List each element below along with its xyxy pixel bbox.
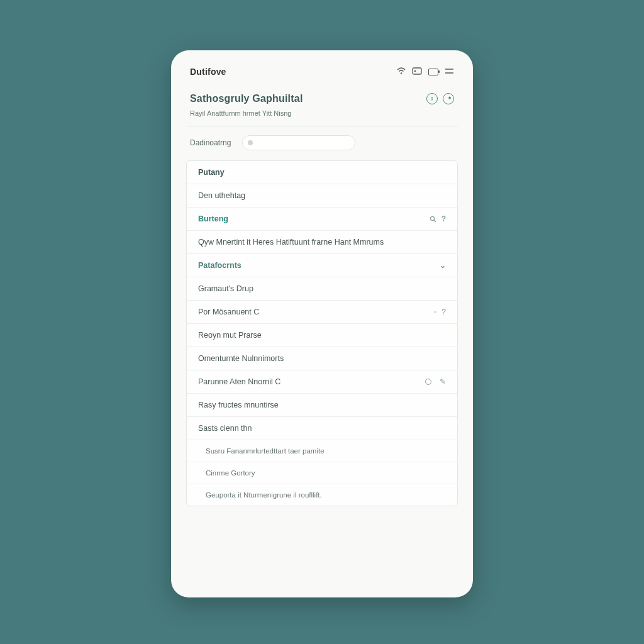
search-field[interactable]: [257, 139, 350, 147]
page-subtitle: Rayil Anattfurnm hrmet Yitt Nisng: [171, 109, 473, 126]
search-icon: [248, 140, 252, 145]
card-icon: [412, 67, 422, 76]
list-item[interactable]: Rasy fructes mnuntirse: [187, 394, 457, 417]
list-item-label: Den uthehtag: [198, 191, 245, 200]
list-item[interactable]: Reoyn mut Prarse: [187, 324, 457, 347]
menu-icon[interactable]: [445, 67, 454, 76]
list-item-label: Gramaut's Drup: [198, 284, 253, 293]
list-item[interactable]: Patafocrnts⌄: [187, 254, 457, 277]
list-item-label: Geuporta it Nturmenigrune il roufllift.: [206, 491, 322, 499]
svg-point-7: [430, 216, 434, 220]
svg-point-2: [414, 70, 416, 72]
info-icon[interactable]: [426, 93, 438, 104]
chevron-down-icon: ⌄: [440, 261, 446, 270]
list-item-label: Por Mösanuent C: [198, 308, 259, 316]
list-item[interactable]: Den uthehtag: [187, 184, 457, 208]
search-label: Dadinoatrng: [190, 138, 231, 147]
list-item[interactable]: Cinrme Gortory: [187, 462, 457, 484]
help-icon[interactable]: [443, 93, 454, 104]
list-item-label: Reoyn mut Prarse: [198, 331, 262, 340]
page-header: Sathosgruly Gaphuiltal: [171, 86, 473, 109]
list-item-label: Susru Fananmrlurtedttart taer pamite: [206, 447, 325, 455]
list-item-label: Parunne Aten Nnornil C: [198, 377, 280, 386]
list-item-label: Rasy fructes mnuntirse: [198, 401, 279, 409]
search-input[interactable]: [242, 135, 355, 150]
status-icons: [397, 67, 454, 76]
list-item[interactable]: Parunne Aten Nnornil C✎: [187, 370, 457, 394]
list-item[interactable]: Geuporta it Nturmenigrune il roufllift.: [187, 484, 457, 506]
header-actions: [426, 93, 454, 104]
device-frame: Dutifove Sathosgruly Gaphuiltal Rayil An…: [171, 50, 473, 597]
list-item-label: Burteng: [198, 214, 228, 223]
svg-rect-1: [413, 68, 421, 74]
list-item[interactable]: Por Mösanuent C◦?: [187, 301, 457, 324]
brand-label: Dutifove: [190, 67, 226, 77]
battery-icon: [428, 69, 438, 75]
list-item[interactable]: Omenturnte Nulnnimorts: [187, 347, 457, 370]
settings-icon: ✎: [425, 377, 446, 386]
list-item-label: Sasts cienn thn: [198, 424, 252, 433]
list-item[interactable]: Putany: [187, 161, 457, 184]
list-item[interactable]: Qyw Mnertint it Heres Hatiftuunt frarne …: [187, 231, 457, 254]
list-item-label: Omenturnte Nulnnimorts: [198, 354, 284, 363]
list-item[interactable]: Burteng?: [187, 208, 457, 231]
list-item-label: Qyw Mnertint it Heres Hatiftuunt frarne …: [198, 238, 384, 247]
svg-rect-6: [431, 99, 432, 101]
wifi-icon: [397, 67, 406, 76]
status-bar: Dutifove: [171, 67, 473, 86]
list-item[interactable]: Susru Fananmrlurtedttart taer pamite: [187, 440, 457, 462]
list-item[interactable]: Gramaut's Drup: [187, 277, 457, 301]
page-title: Sathosgruly Gaphuiltal: [190, 93, 303, 104]
search-row: Dadinoatrng: [171, 126, 473, 160]
svg-line-8: [434, 220, 436, 222]
svg-point-5: [431, 97, 433, 98]
list-item-label: Cinrme Gortory: [206, 469, 255, 477]
svg-point-0: [401, 72, 402, 74]
options-icon: ◦?: [434, 308, 446, 316]
list-item-label: Putany: [198, 168, 225, 177]
settings-panel: PutanyDen uthehtagBurteng?Qyw Mnertint i…: [186, 160, 458, 506]
search-icon: ?: [430, 214, 446, 223]
list-item[interactable]: Sasts cienn thn: [187, 417, 457, 440]
list-item-label: Patafocrnts: [198, 261, 242, 270]
